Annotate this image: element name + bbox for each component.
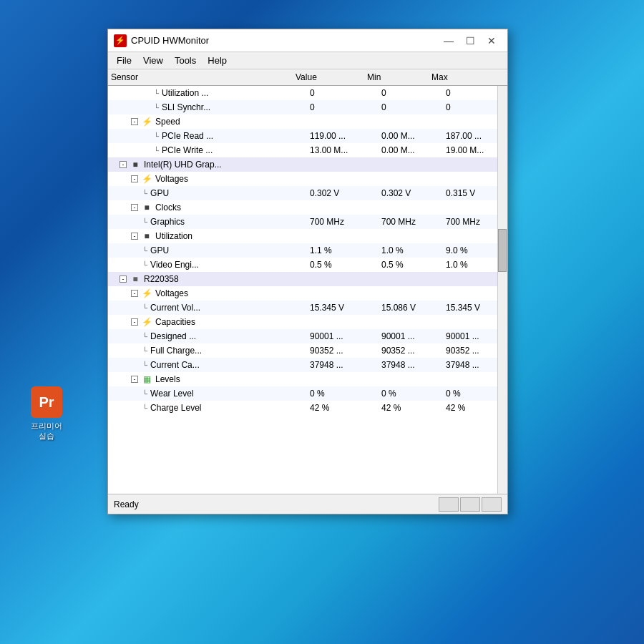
menu-tools[interactable]: Tools [169,54,202,67]
row-label: └ Video Engi... [108,258,307,271]
menu-bar: File View Tools Help [108,52,507,69]
row-value: 700 MHz [307,215,379,228]
table-row: └ SLI Synchr... 0 0 0 [108,100,507,114]
table-row-levels: - ▦ Levels [108,372,507,386]
device-label: - ■ R220358 [108,273,307,286]
wear-level-value: 0 % [307,387,379,400]
table-row: └ GPU 1.1 % 1.0 % 9.0 % [108,243,507,258]
row-label: └ GPU [108,244,307,257]
scrollbar-thumb[interactable] [498,229,507,272]
row-value: 37948 ... [307,358,379,371]
charge-level-value: 42 % [307,401,379,414]
tree-line-icon: └ [142,261,147,269]
collapse-util-button[interactable]: - [131,233,138,240]
table-row-wear-level: └ Wear Level 0 % 0 % 0 % [108,386,507,401]
table-body[interactable]: └ Utilization ... 0 0 0 └ SLI Synchr... … [108,86,507,494]
device-label: - ■ Intel(R) UHD Grap... [108,158,307,171]
tree-line-icon: └ [142,361,147,369]
col-value: Value [293,71,364,84]
row-value: 119.00 ... [307,130,379,142]
row-label: └ SLI Synchr... [108,101,307,114]
row-min: 0.00 M... [379,130,443,142]
tree-line-icon: └ [142,390,147,398]
voltages2-icon: ⚡ [142,288,152,298]
menu-file[interactable]: File [111,54,137,67]
row-value: 0 [307,101,379,114]
gpu-device-icon: ■ [130,160,140,170]
charge-level-min: 42 % [379,401,443,414]
tree-line-icon: └ [154,132,159,140]
table-row-voltages: - ⚡ Voltages [108,172,507,186]
status-bar: Ready [108,494,507,514]
row-value: 0.302 V [307,187,379,200]
row-value: 90352 ... [307,344,379,357]
table-row-r220358: - ■ R220358 [108,272,507,286]
row-min: 90352 ... [379,344,443,357]
charge-level-label: └ Charge Level [108,401,307,414]
row-value: 13.00 M... [307,144,379,157]
menu-view[interactable]: View [137,54,169,67]
status-text: Ready [114,499,139,509]
row-min: 0 [379,101,443,114]
table-row: └ Current Vol... 15.345 V 15.086 V 15.34… [108,301,507,315]
row-value: 0 [307,87,379,99]
section-label: - ⚡ Voltages [108,287,307,300]
row-min: 0 [379,87,443,99]
table-row: └ Graphics 700 MHz 700 MHz 700 MHz [108,215,507,229]
row-min: 0.302 V [379,187,443,200]
desktop-icon-premiere[interactable]: Pr 프리미어실습 [21,386,72,441]
wear-level-min: 0 % [379,387,443,400]
table-row: └ PCIe Write ... 13.00 M... 0.00 M... 19… [108,143,507,157]
section-label: - ⚡ Speed [108,115,307,128]
collapse-r220358-button[interactable]: - [119,275,127,283]
minimize-button[interactable]: — [439,33,459,49]
row-label: └ PCIe Read ... [108,130,307,142]
row-min: 700 MHz [379,215,443,228]
close-button[interactable]: ✕ [482,33,502,49]
collapse-speed-button[interactable]: - [131,118,138,125]
row-label: └ Utilization ... [108,87,307,99]
window-controls: — ☐ ✕ [439,33,502,49]
col-min: Min [364,71,429,84]
collapse-clocks-button[interactable]: - [131,204,138,211]
capacities-icon: ⚡ [142,317,152,327]
tree-line-icon: └ [154,89,159,97]
collapse-voltages-button[interactable]: - [131,175,138,182]
resize-btn-1[interactable] [439,497,459,512]
tree-line-icon: └ [142,247,147,255]
speed-icon: ⚡ [142,117,152,127]
collapse-intel-button[interactable]: - [119,161,127,168]
collapse-levels-button[interactable]: - [131,376,138,383]
scrollbar-track[interactable] [497,86,507,494]
desktop-icon-label: 프리미어실습 [31,421,62,441]
table-row: └ Utilization ... 0 0 0 [108,86,507,100]
tree-line-icon: └ [142,333,147,341]
row-min: 0.00 M... [379,144,443,157]
resize-btn-2[interactable] [460,497,480,512]
section-label: - ■ Clocks [108,201,307,214]
table-row: └ Video Engi... 0.5 % 0.5 % 1.0 % [108,258,507,272]
app-icon: ⚡ [114,34,127,47]
row-label: └ Current Vol... [108,301,307,314]
col-max: Max [429,71,493,84]
row-value: 90001 ... [307,330,379,343]
tree-line-icon: └ [142,218,147,226]
desktop: Pr 프리미어실습 ⚡ CPUID HWMonitor — ☐ ✕ File V… [0,0,644,644]
table-row-utilization: - ■ Utilization [108,229,507,243]
table-row: └ PCIe Read ... 119.00 ... 0.00 M... 187… [108,129,507,143]
hwmonitor-window: ⚡ CPUID HWMonitor — ☐ ✕ File View Tools … [107,29,508,514]
maximize-button[interactable]: ☐ [460,33,480,49]
row-label: └ PCIe Write ... [108,144,307,157]
levels-icon: ▦ [142,374,152,384]
table-row: └ Designed ... 90001 ... 90001 ... 90001… [108,329,507,343]
tree-line-icon: └ [142,304,147,312]
collapse-capacities-button[interactable]: - [131,318,138,326]
collapse-voltages2-button[interactable]: - [131,290,138,297]
row-label: └ Graphics [108,215,307,228]
tree-line-icon: └ [142,190,147,197]
table-row-voltages2: - ⚡ Voltages [108,286,507,301]
menu-help[interactable]: Help [202,54,233,67]
row-label: └ Full Charge... [108,344,307,357]
resize-btn-3[interactable] [482,497,502,512]
table-row: └ GPU 0.302 V 0.302 V 0.315 V [108,186,507,200]
